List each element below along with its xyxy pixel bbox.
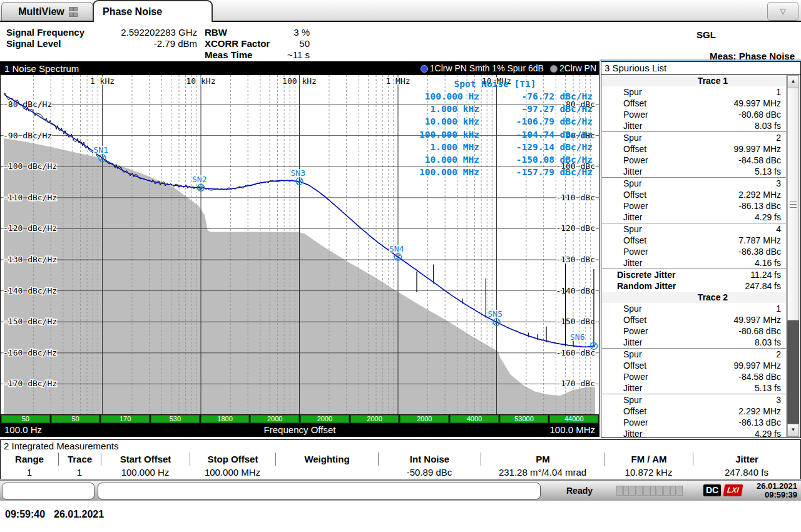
tab-bar: MultiView Phase Noise ▽ (0, 0, 801, 22)
integrated-measurements-window: 2 Integrated Measurements RangeTraceStar… (0, 439, 801, 479)
scroll-down-button[interactable]: ▼ (787, 424, 799, 437)
integrated-cell: -50.89 dBc (378, 466, 481, 479)
status-field-main[interactable] (98, 483, 541, 499)
spurious-list-window: 3 Spurious List Trace 1Spur1Offset49.997… (601, 61, 801, 438)
status-datetime: 26.01.2021 09:59:39 (757, 482, 797, 499)
signal-level-label: Signal Level (6, 38, 61, 49)
tab-multiview[interactable]: MultiView (1, 2, 93, 21)
lxi-logo: LXI (723, 484, 743, 496)
xcorr-segment: 50 (1, 415, 50, 423)
integrated-cell: PM (481, 453, 605, 466)
multiview-grid-icon (69, 7, 76, 17)
spur-group: Spur3Offset2.292 MHzPower-86.13 dBcJitte… (602, 394, 786, 437)
svg-text:-160 dBc: -160 dBc (556, 348, 595, 357)
integrated-cell: Jitter (693, 453, 800, 466)
x-axis-title: Frequency Offset (1, 424, 599, 435)
noise-spectrum-chart: 1 kHz10 kHz100 kHz1 MHz10 MHz-80 dBc/Hz-… (1, 75, 599, 414)
xcorr-segment-bar: 5050170530180020002000200020004000530004… (1, 414, 599, 423)
integrated-cell: 100.000 MHz (190, 466, 275, 479)
signal-frequency-label: Signal Frequency (6, 27, 84, 38)
integrated-cell: 10.872 kHz (605, 466, 693, 479)
trace1-dot-icon (421, 65, 428, 73)
spur-group: Spur2Offset99.997 MHzPower-84.58 dBcJitt… (602, 131, 786, 177)
scroll-up-button[interactable]: ▲ (787, 75, 799, 88)
tab-phase-noise-label: Phase Noise (103, 6, 162, 18)
window-dropdown-button[interactable]: ▽ (767, 2, 798, 21)
svg-text:-120 dBc: -120 dBc (556, 223, 595, 233)
spur-offset-row: Offset99.997 MHz (602, 360, 786, 371)
spur-group: Spur2Offset99.997 MHzPower-84.58 dBcJitt… (602, 348, 786, 394)
tab-phase-noise[interactable]: Phase Noise (93, 0, 213, 22)
svg-text:-160 dBc/Hz: -160 dBc/Hz (3, 348, 57, 357)
svg-text:-110 dBc/Hz: -110 dBc/Hz (3, 193, 57, 202)
spot-noise-value: -106.79 dBc/Hz (516, 116, 593, 126)
xcorr-segment: 170 (101, 415, 150, 423)
xcorr-segment: 53000 (500, 415, 549, 423)
integrated-cell: 1 (1, 466, 58, 479)
signal-level-value: -2.79 dBm (100, 38, 197, 49)
summary-row: Discrete Jitter11.24 fs (602, 269, 786, 280)
spot-noise-value: -157.79 dBc/Hz (516, 167, 593, 177)
spur-number-row: Spur1 (602, 86, 786, 98)
svg-text:10 kHz: 10 kHz (186, 76, 216, 86)
integrated-cell: Range (1, 453, 58, 466)
progress-segment (670, 486, 676, 496)
spot-noise-value: -97.27 dBc/Hz (522, 104, 593, 114)
legend-trace1[interactable]: 1Clrw PN Smth 1% Spur 6dB (421, 62, 544, 75)
trace-legend: 1Clrw PN Smth 1% Spur 6dB 2Clrw PN (421, 62, 596, 75)
spur-power-row: Power-80.68 dBc (602, 325, 786, 337)
spur-group: Spur3Offset2.292 MHzPower-86.13 dBcJitte… (602, 177, 786, 223)
xcorr-segment: 2000 (300, 415, 349, 423)
status-field-left[interactable] (2, 483, 94, 499)
svg-text:-130 dBc/Hz: -130 dBc/Hz (3, 255, 57, 264)
marker-label: SN5 (488, 309, 503, 319)
progress-segment (630, 486, 636, 496)
spurious-list-scrollbar[interactable]: ▲ ▼ (786, 75, 800, 437)
integrated-header-row: RangeTraceStart OffsetStop OffsetWeighti… (1, 453, 800, 466)
marker-label: SN3 (291, 168, 305, 178)
spur-power-row: Power-86.13 dBc (602, 417, 786, 428)
trace2-dot-icon (550, 65, 558, 73)
trace-header: Trace 1 (602, 75, 786, 86)
integrated-cell (275, 466, 378, 479)
scrollbar-thumb[interactable] (787, 88, 799, 320)
status-date: 26.01.2021 (757, 482, 797, 491)
spurious-list-title: 3 Spurious List (601, 62, 800, 75)
svg-text:1 MHz: 1 MHz (385, 76, 410, 86)
xcorr-segment: 44000 (549, 415, 598, 423)
spur-offset-row: Offset49.997 MHz (602, 314, 786, 325)
spur-group: Spur1Offset49.997 MHzPower-80.68 dBcJitt… (602, 86, 786, 131)
scrollbar-track[interactable] (787, 320, 799, 426)
ready-indicator: Ready (566, 486, 593, 496)
trace-header: Trace 2 (602, 292, 786, 303)
svg-text:-140 dBc/Hz: -140 dBc/Hz (3, 286, 57, 295)
legend-trace2[interactable]: 2Clrw PN (550, 62, 596, 75)
noise-spectrum-titlebar: 1 Noise Spectrum 1Clrw PN Smth 1% Spur 6… (1, 62, 599, 75)
svg-text:-110 dBc: -110 dBc (556, 193, 595, 202)
measurement-header: Signal Frequency 2.592202283 GHz Signal … (0, 22, 801, 61)
spur-jitter-row: Jitter5.13 fs (602, 382, 786, 394)
xcorr-segment: 4000 (450, 415, 499, 423)
signal-frequency-value: 2.592202283 GHz (100, 27, 197, 38)
spot-noise-freq: 10.000 MHz (425, 155, 479, 165)
svg-text:-140 dBc: -140 dBc (556, 286, 595, 295)
taskbar-clock: 09:59:4026.01.2021 (5, 509, 113, 520)
status-time: 09:59:39 (757, 491, 797, 499)
noise-spectrum-window: 1 Noise Spectrum 1Clrw PN Smth 1% Spur 6… (0, 61, 599, 437)
focus-highlight-line (599, 59, 801, 61)
spot-noise-value: -104.74 dBc/Hz (516, 130, 593, 140)
progress-bar (616, 486, 683, 496)
progress-segment (676, 486, 683, 496)
sgl-indicator: SGL (696, 29, 716, 40)
integrated-cell: Int Noise (378, 453, 481, 466)
spur-jitter-row: Jitter5.13 fs (602, 166, 786, 177)
marker-label: SN2 (192, 175, 207, 184)
svg-text:-150 dBc: -150 dBc (556, 317, 595, 326)
legend-trace2-label: 2Clrw PN (559, 62, 596, 75)
integrated-cell: Stop Offset (190, 453, 275, 466)
svg-text:-130 dBc: -130 dBc (556, 255, 595, 264)
taskbar-time: 09:59:40 (5, 509, 45, 519)
integrated-cell: 231.28 m°/4.04 mrad (481, 466, 605, 479)
spur-offset-row: Offset7.787 MHz (602, 235, 786, 246)
integrated-cell: 100.000 Hz (101, 466, 190, 479)
